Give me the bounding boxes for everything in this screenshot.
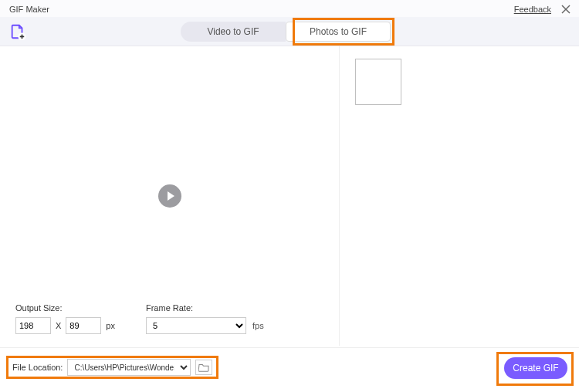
tab-group: Video to GIF Photos to GIF — [181, 22, 391, 42]
frame-rate-label: Frame Rate: — [146, 303, 264, 313]
titlebar: GIF Maker Feedback — [0, 0, 579, 17]
height-input[interactable] — [66, 317, 101, 334]
play-button[interactable] — [158, 184, 181, 208]
settings-row: Output Size: X px Frame Rate: 5 fps — [15, 303, 264, 334]
tab-photos-to-gif[interactable]: Photos to GIF — [286, 22, 391, 42]
file-location-group: File Location: C:\Users\HP\Pictures\Wond… — [8, 359, 212, 376]
output-size-group: Output Size: X px — [15, 303, 115, 334]
x-separator: X — [56, 321, 61, 330]
dimensions-row: X px — [15, 317, 115, 334]
feedback-link[interactable]: Feedback — [514, 5, 551, 14]
px-unit: px — [106, 321, 115, 330]
bottom-bar: File Location: C:\Users\HP\Pictures\Wond… — [0, 347, 579, 392]
titlebar-actions: Feedback — [514, 4, 571, 15]
width-input[interactable] — [15, 317, 51, 334]
fps-unit: fps — [252, 321, 264, 330]
window-title: GIF Maker — [9, 5, 49, 14]
file-location-label: File Location: — [8, 363, 67, 372]
frame-rate-row: 5 fps — [146, 317, 264, 334]
create-gif-button[interactable]: Create GIF — [504, 357, 567, 379]
output-size-label: Output Size: — [15, 303, 115, 313]
frame-thumbnail[interactable] — [355, 59, 401, 105]
play-icon — [168, 191, 174, 201]
file-location-select[interactable]: C:\Users\HP\Pictures\Wondersh — [67, 359, 191, 376]
folder-icon[interactable] — [195, 360, 212, 375]
frame-rate-select[interactable]: 5 — [146, 317, 246, 334]
preview-panel — [0, 46, 340, 346]
workarea — [0, 46, 579, 346]
toolbar: Video to GIF Photos to GIF — [0, 17, 579, 46]
tab-video-to-gif[interactable]: Video to GIF — [181, 22, 286, 42]
close-icon[interactable] — [560, 4, 571, 15]
frame-rate-group: Frame Rate: 5 fps — [146, 303, 264, 334]
add-file-icon[interactable] — [9, 23, 26, 40]
frames-panel — [340, 46, 579, 346]
